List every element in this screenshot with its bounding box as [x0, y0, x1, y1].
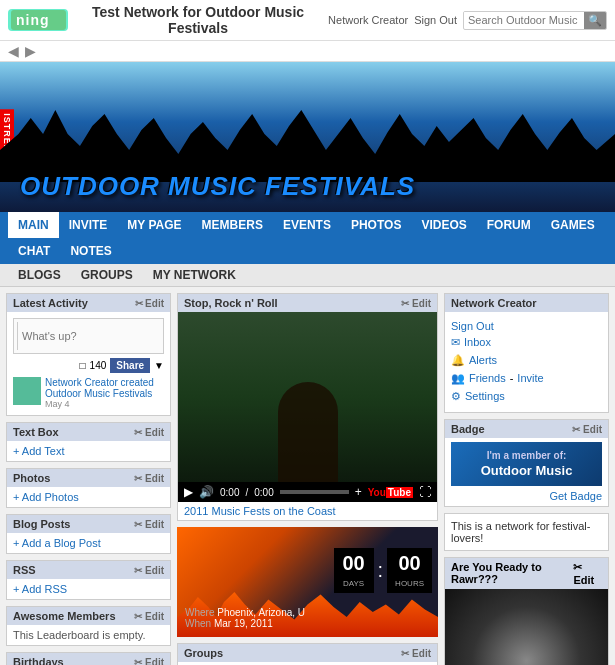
photos-edit[interactable]: ✂ Edit: [134, 473, 164, 484]
network-creator-widget: Network Creator Sign Out ✉ Inbox 🔔 Alert…: [444, 293, 609, 413]
nav-photos[interactable]: PHOTOS: [341, 212, 411, 238]
add-rss-link[interactable]: + Add RSS: [13, 583, 164, 595]
add-photos-link[interactable]: + Add Photos: [13, 491, 164, 503]
share-button[interactable]: Share: [110, 358, 150, 373]
nav-events[interactable]: EVENTS: [273, 212, 341, 238]
share-row: □ 140 Share ▼: [13, 358, 164, 373]
top-bar: ning Test Network for Outdoor Music Fest…: [0, 0, 615, 41]
ning-logo-icon: ning: [8, 9, 68, 31]
nav-chat[interactable]: CHAT: [8, 238, 60, 264]
rss-header: RSS ✂ Edit: [7, 561, 170, 579]
video-link[interactable]: 2011 Music Fests on the Coast: [178, 502, 437, 520]
add-blog-link[interactable]: + Add a Blog Post: [13, 537, 164, 549]
nc-settings-link[interactable]: Settings: [465, 390, 505, 402]
site-title: Test Network for Outdoor Music Festivals: [68, 4, 328, 36]
nc-invite-link[interactable]: Invite: [517, 372, 543, 384]
photos-title: Photos: [13, 472, 50, 484]
nav-members[interactable]: MEMBERS: [192, 212, 273, 238]
rawr-header: Are You Ready to Rawr??? ✂ Edit: [445, 558, 608, 589]
latest-activity-edit[interactable]: ✂ Edit: [135, 298, 164, 309]
event-when-value: Mar 19, 2011: [214, 618, 273, 629]
nav-videos[interactable]: VIDEOS: [411, 212, 476, 238]
sub-nav-groups[interactable]: GROUPS: [71, 264, 143, 286]
volume-icon[interactable]: +: [355, 485, 362, 499]
text-box-edit[interactable]: ✂ Edit: [134, 427, 164, 438]
groups-edit[interactable]: ✂ Edit: [401, 648, 431, 659]
event-details: Where Phoenix, Arizona, U When Mar 19, 2…: [185, 607, 305, 629]
rawr-edit[interactable]: ✂ Edit: [573, 561, 602, 586]
video-volume-icon[interactable]: 🔊: [199, 485, 214, 499]
video-widget-title: Stop, Rock n' Roll: [184, 297, 278, 309]
video-widget-header: Stop, Rock n' Roll ✂ Edit: [178, 294, 437, 312]
blog-posts-widget: Blog Posts ✂ Edit + Add a Blog Post: [6, 514, 171, 554]
get-badge-link[interactable]: Get Badge: [445, 490, 608, 506]
event-box: 00 DAYS : 00 HOURS Where Phoenix, Arizon…: [177, 527, 438, 637]
photos-widget: Photos ✂ Edit + Add Photos: [6, 468, 171, 508]
nc-sign-out-link[interactable]: Sign Out: [451, 320, 602, 332]
network-creator-link[interactable]: Network Creator: [328, 14, 408, 26]
groups-widget: Groups ✂ Edit + Add a Group: [177, 643, 438, 665]
video-progress-bar[interactable]: [280, 490, 349, 494]
birthdays-widget: Birthdays ✂ Edit: [6, 652, 171, 665]
network-creator-body: Sign Out ✉ Inbox 🔔 Alerts 👥 Friends - In…: [445, 312, 608, 412]
video-time-total: 0:00: [254, 487, 273, 498]
badge-edit[interactable]: ✂ Edit: [572, 424, 602, 435]
nav-mypage[interactable]: MY PAGE: [117, 212, 191, 238]
add-text-link[interactable]: + Add Text: [13, 445, 164, 457]
nav-forum[interactable]: FORUM: [477, 212, 541, 238]
nc-inbox-link[interactable]: Inbox: [464, 336, 491, 348]
network-creator-title: Network Creator: [451, 297, 537, 309]
blog-posts-header: Blog Posts ✂ Edit: [7, 515, 170, 533]
awesome-members-widget: Awesome Members ✂ Edit This Leaderboard …: [6, 606, 171, 646]
event-where-row: Where Phoenix, Arizona, U: [185, 607, 305, 618]
video-play-icon[interactable]: ▶: [184, 485, 193, 499]
blog-posts-title: Blog Posts: [13, 518, 70, 530]
activity-item-content: Network Creator created Outdoor Music Fe…: [45, 377, 164, 409]
activity-input-row: [13, 318, 164, 354]
video-widget: Stop, Rock n' Roll ✂ Edit ▶ 🔊 0:00 / 0:0…: [177, 293, 438, 521]
birthdays-edit[interactable]: ✂ Edit: [134, 657, 164, 666]
photos-header: Photos ✂ Edit: [7, 469, 170, 487]
nc-friends-row: 👥 Friends - Invite: [451, 370, 602, 386]
sub-nav-blogs[interactable]: BLOGS: [8, 264, 71, 286]
nc-alerts-link[interactable]: Alerts: [469, 354, 497, 366]
days-label: DAYS: [343, 579, 364, 588]
awesome-members-header: Awesome Members ✂ Edit: [7, 607, 170, 625]
nc-friends-link[interactable]: Friends: [469, 372, 506, 384]
nav-games[interactable]: GAMES: [541, 212, 605, 238]
awesome-members-edit[interactable]: ✂ Edit: [134, 611, 164, 622]
activity-item: Network Creator created Outdoor Music Fe…: [13, 377, 164, 409]
center-column: Stop, Rock n' Roll ✂ Edit ▶ 🔊 0:00 / 0:0…: [177, 293, 438, 665]
activity-item-avatar: [13, 377, 41, 405]
back-arrow[interactable]: ◀: [8, 43, 19, 59]
forward-arrow[interactable]: ▶: [25, 43, 36, 59]
sub-nav-mynetwork[interactable]: MY NETWORK: [143, 264, 246, 286]
whats-up-input[interactable]: [22, 330, 160, 342]
video-time-separator: /: [245, 487, 248, 498]
groups-title: Groups: [184, 647, 223, 659]
text-box-widget: Text Box ✂ Edit + Add Text: [6, 422, 171, 462]
video-widget-edit[interactable]: ✂ Edit: [401, 298, 431, 309]
video-time-current: 0:00: [220, 487, 239, 498]
latest-activity-header: Latest Activity ✂ Edit: [7, 294, 170, 312]
search-input[interactable]: [464, 12, 584, 28]
rss-edit[interactable]: ✂ Edit: [134, 565, 164, 576]
awesome-members-title: Awesome Members: [13, 610, 116, 622]
fullscreen-icon[interactable]: ⛶: [419, 485, 431, 499]
nav-main[interactable]: MAIN: [8, 212, 59, 238]
blog-posts-edit[interactable]: ✂ Edit: [134, 519, 164, 530]
latest-activity-body: □ 140 Share ▼ Network Creator created Ou…: [7, 312, 170, 415]
badge-title: Badge: [451, 423, 485, 435]
search-button[interactable]: 🔍: [584, 12, 606, 29]
nav-invite[interactable]: INVITE: [59, 212, 118, 238]
youtube-logo: YouTube: [368, 487, 413, 498]
activity-item-link[interactable]: Network Creator created Outdoor Music Fe…: [45, 377, 154, 399]
main-content: Latest Activity ✂ Edit □ 140 Share ▼: [0, 287, 615, 665]
char-count: 140: [90, 360, 107, 371]
sign-out-link[interactable]: Sign Out: [414, 14, 457, 26]
scissors-icon: ✂: [135, 298, 143, 309]
nav-notes[interactable]: NOTES: [60, 238, 121, 264]
main-nav: MAIN INVITE MY PAGE MEMBERS EVENTS PHOTO…: [0, 212, 615, 264]
badge-header: Badge ✂ Edit: [445, 420, 608, 438]
event-when-label: When: [185, 618, 211, 629]
